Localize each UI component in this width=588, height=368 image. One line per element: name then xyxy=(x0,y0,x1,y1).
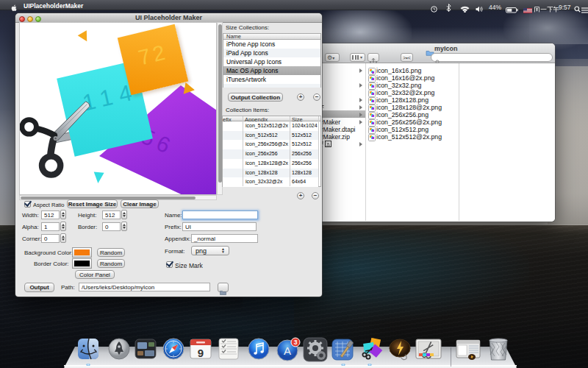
svg-text:9: 9 xyxy=(198,347,204,359)
svg-text:A: A xyxy=(284,344,291,357)
svg-text:3: 3 xyxy=(294,339,298,346)
